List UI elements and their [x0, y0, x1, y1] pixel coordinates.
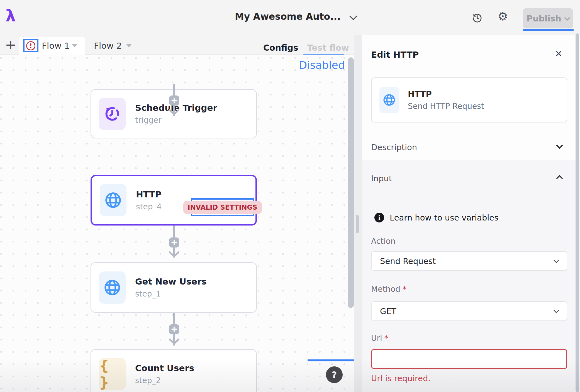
- required-asterisk: *: [384, 334, 388, 343]
- add-step-button[interactable]: +: [169, 95, 179, 106]
- publish-label: Publish: [527, 14, 561, 23]
- panel-divider: [354, 35, 362, 392]
- chevron-down-icon: [554, 258, 559, 263]
- add-step-button[interactable]: +: [169, 237, 179, 248]
- piece-info-card: HTTP Send HTTP Request: [371, 77, 567, 122]
- canvas-disabled-annotation: Disabled: [299, 59, 345, 71]
- node-step-name: step_1: [135, 289, 207, 298]
- flow-builder-app: λ My Awesome Auto... ⚙ Publish Disabled …: [0, 0, 580, 392]
- node-step-name: trigger: [135, 116, 217, 125]
- required-asterisk: *: [403, 285, 406, 294]
- url-annotation-arrow-line: [308, 359, 354, 361]
- method-field-label: Method*: [371, 285, 406, 294]
- test-flow-tab[interactable]: Test flow: [307, 43, 349, 53]
- node-title: Count Users: [135, 363, 194, 373]
- settings-gear-icon[interactable]: ⚙: [498, 11, 508, 22]
- node-step-name: step_4: [136, 202, 162, 211]
- flow-title[interactable]: My Awesome Auto...: [235, 11, 346, 22]
- node-step-name: step_2: [135, 376, 194, 385]
- add-flow-button[interactable]: +: [5, 38, 16, 51]
- learn-variables-label: Learn how to use variables: [390, 213, 498, 222]
- url-field-label: Url*: [371, 334, 388, 343]
- globe-icon: [379, 87, 399, 113]
- publish-chevron-down-icon: [564, 14, 570, 20]
- close-icon[interactable]: ✕: [555, 48, 562, 59]
- tab-flow-2-label[interactable]: Flow 2: [94, 41, 122, 51]
- globe-icon: [100, 184, 126, 216]
- action-select[interactable]: Send Request: [371, 251, 567, 271]
- description-section-header[interactable]: Description: [371, 143, 417, 152]
- invalid-settings-badge: INVALID SETTINGS: [183, 201, 262, 214]
- input-section-header[interactable]: Input: [371, 174, 392, 183]
- node-title: HTTP: [136, 189, 162, 199]
- arrow-down-icon: [169, 251, 179, 258]
- chevron-down-icon[interactable]: [556, 142, 563, 149]
- edit-step-panel: Edit HTTP ✕ HTTP Send HTTP Request Descr…: [362, 35, 580, 392]
- globe-icon: [99, 271, 126, 304]
- url-input[interactable]: [371, 349, 567, 369]
- flow-canvas[interactable]: Disabled Schedule Trigger trigger +: [0, 55, 354, 392]
- flow1-error-annotation-box: !: [23, 39, 38, 52]
- piece-action-name: Send HTTP Request: [408, 102, 484, 111]
- arrow-down-icon: [169, 109, 179, 115]
- piece-name: HTTP: [408, 89, 484, 99]
- panel-resize-handle[interactable]: [356, 215, 359, 233]
- tab-flow-1-label[interactable]: Flow 1: [42, 41, 70, 51]
- action-select-value: Send Request: [380, 256, 436, 266]
- tab-flow-1-caret-icon[interactable]: [72, 44, 78, 47]
- node-get-new-users[interactable]: Get New Users step_1: [91, 262, 257, 313]
- info-icon: i: [374, 213, 384, 222]
- url-error-message: Url is required.: [371, 374, 431, 383]
- help-button[interactable]: ?: [326, 366, 343, 383]
- publish-annotation-underline: [523, 29, 574, 31]
- version-history-icon[interactable]: [472, 12, 483, 23]
- method-select[interactable]: GET: [371, 301, 567, 321]
- clock-icon: [99, 98, 126, 130]
- canvas-scrollbar[interactable]: [348, 57, 354, 308]
- panel-scrollbar[interactable]: [576, 33, 579, 392]
- node-count-users[interactable]: { } Count Users step_2: [91, 349, 257, 392]
- node-title: Get New Users: [135, 276, 207, 286]
- arrow-down-icon: [169, 339, 179, 345]
- panel-title: Edit HTTP: [371, 50, 419, 60]
- activepieces-logo-icon[interactable]: λ: [6, 8, 16, 24]
- tab-flow-2-caret-icon[interactable]: [126, 44, 132, 47]
- learn-variables-link[interactable]: i Learn how to use variables: [374, 213, 498, 222]
- invalid-settings-annotation-box: INVALID SETTINGS: [191, 198, 254, 216]
- chevron-down-icon: [554, 308, 559, 313]
- configs-tab[interactable]: Configs: [263, 43, 298, 53]
- method-select-value: GET: [380, 307, 396, 316]
- action-field-label: Action: [371, 237, 396, 246]
- add-step-button[interactable]: +: [169, 324, 179, 334]
- braces-icon: { }: [99, 358, 126, 390]
- flow1-invalid-icon: !: [26, 41, 35, 50]
- publish-button[interactable]: Publish: [523, 8, 573, 28]
